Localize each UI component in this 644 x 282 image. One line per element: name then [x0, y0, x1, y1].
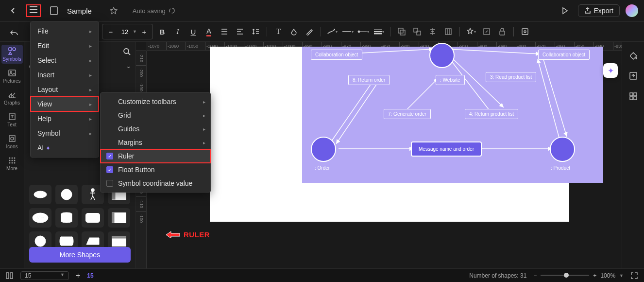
italic-button[interactable]: I — [171, 25, 184, 38]
node-top-circle[interactable] — [429, 43, 455, 68]
submenu-margins[interactable]: Margins▸ — [101, 136, 210, 149]
undo-button[interactable] — [7, 26, 21, 40]
menu-help[interactable]: Help▸ — [31, 111, 99, 126]
shape-roundrect[interactable] — [82, 208, 104, 228]
align-button[interactable] — [426, 25, 439, 38]
export-button[interactable]: Export — [578, 4, 620, 17]
submenu-grid[interactable]: Grid▸ — [101, 108, 210, 122]
menu-layout[interactable]: Layout▸ — [31, 82, 99, 97]
svg-rect-39 — [85, 213, 100, 223]
submenu-symbol-coordinate[interactable]: Symbol coordinate value — [101, 176, 210, 190]
menu-symbol[interactable]: Symbol▸ — [31, 126, 99, 141]
export-panel-icon[interactable] — [628, 71, 638, 81]
underline-button[interactable]: U — [187, 25, 200, 38]
node-website[interactable]: : Website — [436, 75, 465, 85]
layers-button[interactable] — [519, 25, 531, 38]
svg-rect-63 — [634, 97, 637, 100]
node-generate[interactable]: 7: Generate order — [384, 109, 431, 119]
menu-edit[interactable]: Edit▸ — [31, 38, 99, 53]
rail-text[interactable]: Text — [1, 110, 23, 129]
menu-view[interactable]: View▸ — [31, 97, 99, 111]
paint-bucket-icon[interactable] — [628, 51, 638, 60]
fill-color-button[interactable] — [288, 25, 300, 38]
line-weight-button[interactable]: ▾ — [373, 25, 385, 38]
decrease-icon[interactable]: − — [104, 25, 117, 38]
ruler-callout: RULER — [166, 230, 210, 239]
more-shapes-button[interactable]: More Shapes — [29, 247, 131, 263]
pages-icon[interactable] — [6, 272, 14, 279]
search-icon[interactable] — [123, 48, 131, 55]
grid-icon[interactable] — [628, 91, 638, 101]
star-icon[interactable] — [106, 3, 121, 18]
increase-icon[interactable]: + — [138, 25, 151, 38]
shape-cylinder[interactable] — [55, 208, 78, 228]
shape-circle[interactable] — [55, 185, 78, 204]
main-menu-button[interactable] — [26, 4, 41, 17]
label-order: : Order — [315, 165, 330, 171]
ungroup-button[interactable] — [411, 25, 424, 38]
node-read-product[interactable]: 3: Read product list — [486, 72, 536, 82]
ai-sparkle-button[interactable]: ✦ — [603, 63, 618, 78]
node-collab2[interactable]: Collaboration object — [538, 50, 590, 60]
rail-symbols[interactable]: Symbols — [1, 45, 23, 64]
font-size-stepper[interactable]: − ▼ + — [102, 24, 153, 39]
page-select[interactable]: 15 ▼ — [20, 271, 69, 280]
rail-icons[interactable]: Icons — [1, 132, 23, 151]
zoom-value[interactable]: 100% — [600, 272, 615, 279]
font-size-input[interactable] — [118, 28, 132, 35]
fit-screen-icon[interactable] — [630, 272, 638, 280]
line-spacing-button[interactable] — [249, 25, 262, 38]
node-message[interactable]: Message name and order — [411, 141, 482, 157]
svg-point-23 — [11, 160, 13, 161]
font-color-button[interactable]: A — [203, 25, 215, 38]
shape-ellipse[interactable] — [29, 185, 51, 204]
menu-insert[interactable]: Insert▸ — [31, 68, 99, 82]
text-align-button[interactable] — [218, 25, 231, 38]
submenu-ruler[interactable]: ✓Ruler — [101, 149, 210, 163]
line-style-button[interactable]: ▾ — [341, 25, 354, 38]
submenu-guides[interactable]: Guides▸ — [101, 122, 210, 136]
svg-point-2 — [358, 31, 360, 33]
rail-pictures[interactable]: Pictures — [1, 67, 23, 86]
zoom-slider[interactable] — [541, 275, 589, 276]
group-button[interactable] — [395, 25, 408, 38]
page-number[interactable]: 15 — [87, 272, 93, 279]
avatar[interactable] — [626, 4, 638, 17]
play-button[interactable] — [558, 3, 572, 18]
shape-rect-side[interactable] — [108, 208, 130, 228]
node-return-order[interactable]: 8: Return order — [348, 75, 390, 85]
page-add-button[interactable]: + — [76, 271, 80, 280]
svg-point-13 — [13, 48, 16, 51]
edit-button[interactable] — [480, 25, 493, 38]
paragraph-align-button[interactable] — [234, 25, 246, 38]
node-collab1[interactable]: Collaboration object — [311, 50, 362, 60]
text-tool-button[interactable]: T — [272, 25, 285, 38]
shape-yes[interactable]: Yes — [29, 208, 51, 228]
svg-point-20 — [11, 158, 13, 159]
zoom-in-button[interactable]: + — [593, 272, 596, 279]
menu-ai[interactable]: AI✦ — [31, 141, 99, 155]
svg-point-24 — [14, 160, 15, 161]
node-product-circle[interactable] — [550, 137, 575, 162]
svg-point-45 — [70, 237, 73, 246]
distribute-button[interactable] — [442, 25, 455, 38]
line-color-button[interactable] — [303, 25, 316, 38]
menu-file[interactable]: File▸ — [31, 24, 99, 38]
submenu-customize-toolbars[interactable]: Customize toolbars▸ — [101, 95, 210, 108]
menu-select[interactable]: Select▸ — [31, 53, 99, 68]
connector-button[interactable]: ▾ — [326, 25, 339, 38]
node-return-product[interactable]: 4: Return product list — [465, 109, 518, 119]
effects-button[interactable]: ▾ — [465, 25, 477, 38]
bold-button[interactable]: B — [156, 25, 169, 38]
lock-button[interactable] — [496, 25, 508, 38]
zoom-out-button[interactable]: − — [533, 272, 537, 279]
canvas[interactable]: Collaboration object Collaboration objec… — [147, 51, 622, 268]
node-order-circle[interactable] — [311, 137, 336, 162]
page-icon[interactable] — [47, 3, 61, 18]
rail-graphs[interactable]: Graphs — [1, 88, 23, 107]
arrow-start-button[interactable]: ▾ — [357, 25, 370, 38]
back-button[interactable] — [6, 3, 20, 18]
submenu-float-button[interactable]: ✓Float Button — [101, 163, 210, 176]
right-rail — [622, 42, 644, 268]
rail-more[interactable]: More — [1, 154, 23, 173]
